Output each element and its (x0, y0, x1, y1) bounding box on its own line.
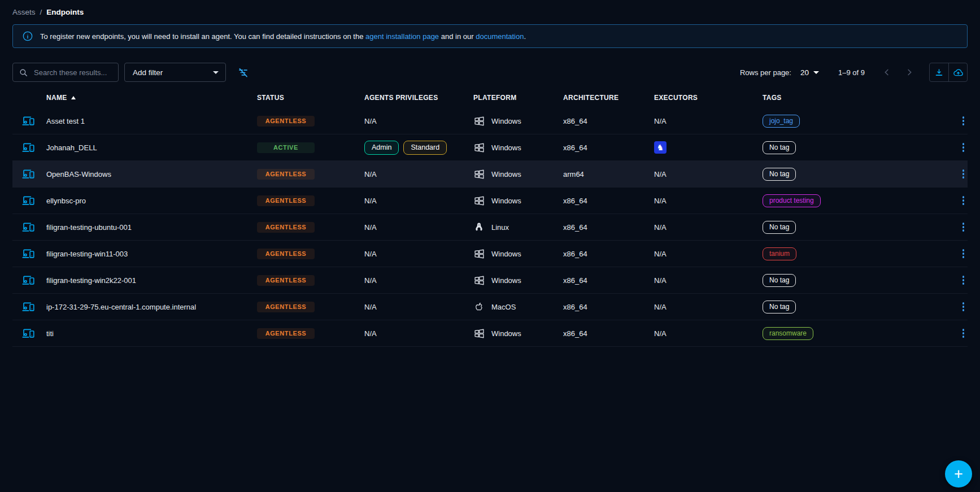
endpoint-icon-cell (12, 141, 46, 154)
tag-chip-ransomware: ransomware (763, 327, 813, 340)
row-menu-button[interactable] (959, 220, 968, 234)
previous-page-button[interactable] (879, 65, 894, 80)
platform-cell: Linux (473, 221, 563, 233)
table-row[interactable]: filigran-testing-ubuntu-001AGENTLESSN/AL… (12, 214, 968, 241)
row-menu-button[interactable] (959, 299, 968, 314)
table-row[interactable]: titiAGENTLESSN/AWindowsx86_64N/Aransomwa… (12, 320, 968, 347)
breadcrumb-assets-link[interactable]: Assets (12, 8, 36, 16)
column-header-executors[interactable]: EXECUTORS (654, 94, 763, 102)
privileges-na: N/A (364, 329, 377, 338)
architecture-cell: x86_64 (563, 143, 654, 152)
add-filter-dropdown[interactable]: Add filter (124, 63, 226, 82)
endpoint-name-cell: OpenBAS-Windows (46, 170, 257, 178)
menu-dot (962, 196, 965, 198)
row-menu-button[interactable] (959, 193, 968, 208)
row-menu-cell (947, 167, 968, 181)
info-icon (22, 31, 33, 42)
row-menu-button[interactable] (959, 246, 968, 261)
endpoint-name: ellynbsc-pro (46, 197, 86, 205)
column-header-tags[interactable]: TAGS (763, 94, 947, 102)
cloud-export-button[interactable] (948, 63, 967, 81)
column-header-status[interactable]: STATUS (257, 94, 364, 102)
executors-cell: N/A (654, 303, 763, 311)
search-input[interactable] (33, 68, 112, 77)
breadcrumb: Assets / Endpoints (12, 0, 968, 16)
endpoint-devices-icon (21, 194, 35, 207)
row-menu-button[interactable] (959, 140, 968, 155)
status-chip: AGENTLESS (257, 275, 315, 286)
executors-cell: N/A (654, 250, 763, 258)
export-csv-button[interactable] (930, 63, 948, 81)
rows-per-page-value: 20 (800, 68, 809, 77)
privilege-chip-admin: Admin (364, 141, 399, 155)
endpoint-icon-cell (12, 274, 46, 287)
documentation-link[interactable]: documentation (476, 32, 524, 41)
menu-dot (962, 116, 965, 119)
rows-per-page-select[interactable]: 20 (797, 68, 822, 77)
menu-dot (962, 332, 965, 334)
menu-dot (962, 249, 965, 251)
menu-dot (962, 143, 965, 145)
endpoint-icon-cell (12, 168, 46, 181)
status-cell: AGENTLESS (257, 328, 364, 339)
windows-icon (473, 247, 486, 260)
status-chip: AGENTLESS (257, 116, 315, 127)
menu-dot (962, 279, 965, 281)
menu-dot (962, 173, 965, 175)
row-menu-cell (947, 220, 968, 234)
menu-dot (962, 336, 965, 338)
privileges-na: N/A (364, 170, 377, 178)
table-row[interactable]: filigran-testing-win11-003AGENTLESSN/AWi… (12, 241, 968, 267)
status-chip: AGENTLESS (257, 302, 315, 312)
chevron-right-icon (904, 67, 914, 77)
windows-icon (473, 274, 486, 286)
table-row[interactable]: filigran-testing-win2k22-001AGENTLESSN/A… (12, 267, 968, 294)
executors-na: N/A (654, 117, 667, 125)
tags-cell: No tag (763, 221, 947, 234)
clear-filters-button[interactable] (236, 66, 250, 80)
menu-dot (962, 229, 965, 232)
table-row[interactable]: ellynbsc-proAGENTLESSN/AWindowsx86_64N/A… (12, 188, 968, 214)
endpoint-name-cell: filigran-testing-win11-003 (46, 250, 257, 258)
menu-dot (962, 176, 965, 178)
table-row[interactable]: Asset test 1AGENTLESSN/AWindowsx86_64N/A… (12, 108, 968, 134)
row-menu-button[interactable] (959, 273, 968, 288)
executors-cell: N/A (654, 329, 763, 338)
add-endpoint-fab[interactable]: + (945, 460, 972, 487)
menu-dot (962, 199, 965, 202)
windows-icon (473, 327, 486, 339)
platform-label: MacOS (491, 303, 516, 311)
row-menu-button[interactable] (959, 114, 968, 128)
menu-dot (962, 306, 965, 308)
column-header-architecture[interactable]: ARCHITECTURE (563, 94, 654, 102)
table-row[interactable]: Johanah_DELLACTIVEAdminStandardWindowsx8… (12, 134, 968, 161)
executors-na: N/A (654, 303, 667, 311)
agent-installation-page-link[interactable]: agent installation page (365, 32, 439, 41)
platform-cell: Windows (473, 168, 563, 180)
platform-label: Windows (491, 197, 521, 205)
endpoint-name: Johanah_DELL (46, 143, 97, 152)
architecture-value: x86_64 (563, 329, 587, 338)
status-cell: AGENTLESS (257, 275, 364, 286)
privileges-na: N/A (364, 250, 377, 258)
menu-dot (962, 309, 965, 311)
status-chip: AGENTLESS (257, 169, 315, 180)
table-row[interactable]: ip-172-31-29-75.eu-central-1.compute.int… (12, 294, 968, 320)
architecture-value: x86_64 (563, 303, 587, 311)
privileges-cell: N/A (364, 276, 473, 285)
row-menu-button[interactable] (959, 326, 968, 341)
architecture-value: x86_64 (563, 143, 587, 152)
column-header-name[interactable]: NAME (46, 94, 257, 102)
row-menu-button[interactable] (959, 167, 968, 181)
column-header-agents-privileges[interactable]: AGENTS PRIVILEGES (364, 94, 473, 102)
endpoint-name-cell: Johanah_DELL (46, 143, 257, 152)
status-chip: AGENTLESS (257, 249, 315, 259)
platform-label: Windows (491, 250, 521, 258)
table-row[interactable]: OpenBAS-WindowsAGENTLESSN/AWindowsarm64N… (12, 161, 968, 188)
platform-cell: Windows (473, 247, 563, 260)
tag-chip-product-testing: product testing (763, 194, 821, 207)
next-page-button[interactable] (902, 65, 917, 80)
chevron-down-icon (813, 71, 819, 74)
endpoints-table-body: Asset test 1AGENTLESSN/AWindowsx86_64N/A… (12, 108, 968, 347)
column-header-plateform[interactable]: PLATEFORM (473, 94, 563, 102)
